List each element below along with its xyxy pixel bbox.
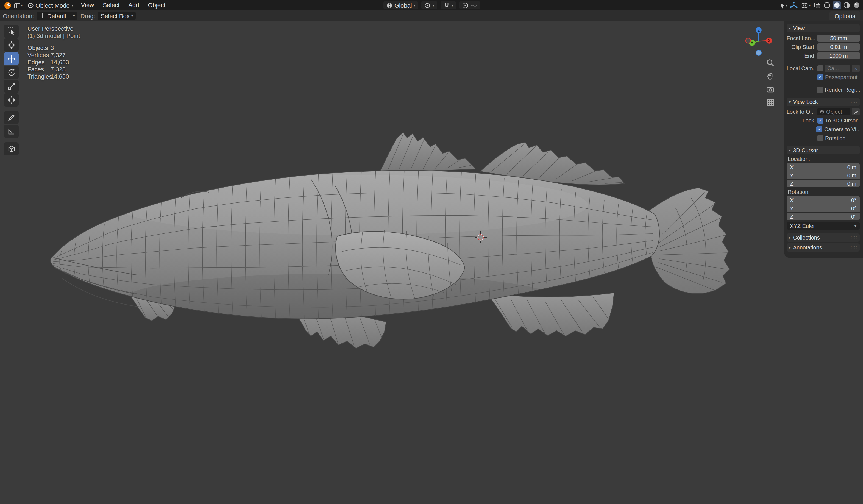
navigation-gizmo[interactable]: Z X Y bbox=[743, 26, 774, 56]
lock-rotation-row: Rotation bbox=[787, 134, 860, 142]
gizmos-toggle[interactable] bbox=[790, 1, 799, 9]
panel-grip-icon[interactable]: ∷∷ bbox=[851, 99, 858, 104]
tool-transform[interactable] bbox=[4, 93, 19, 106]
fish-model[interactable] bbox=[0, 21, 863, 504]
chevron-down-icon: ▾ bbox=[131, 14, 133, 17]
tool-add-cube[interactable] bbox=[4, 142, 19, 155]
render-region-checkbox[interactable] bbox=[817, 87, 823, 93]
tool-rotate[interactable] bbox=[4, 66, 19, 79]
passepartout-row: ✓ Passepartout bbox=[787, 73, 860, 81]
panel-grip-icon[interactable]: ∷∷ bbox=[851, 245, 858, 250]
active-object-label: (1) 3d model | Point bbox=[27, 33, 80, 40]
gizmo-minus-x-axis bbox=[746, 38, 751, 43]
dorsal-fin-front bbox=[379, 133, 476, 173]
tool-scale[interactable] bbox=[4, 80, 19, 93]
axes-icon bbox=[39, 13, 46, 19]
camera-view-icon[interactable] bbox=[766, 85, 775, 93]
pan-hand-icon[interactable] bbox=[766, 72, 775, 80]
pivot-point-dropdown[interactable]: ▾ bbox=[422, 1, 437, 9]
mode-dropdown-label: Object Mode bbox=[35, 2, 70, 9]
local-camera-row: Local Cam... Ca... × bbox=[787, 64, 860, 73]
chevron-right-icon: ▸ bbox=[789, 245, 791, 249]
mode-dropdown[interactable]: Object Mode ▾ bbox=[24, 1, 76, 9]
rotation-mode-dropdown[interactable]: XYZ Euler ▾ bbox=[787, 222, 860, 230]
stat-row: Faces7,328 bbox=[27, 66, 80, 73]
scene-statistics: Objects3 Vertices7,327 Edges14,653 Faces… bbox=[27, 45, 80, 80]
cursor-rotation-y-field[interactable]: Y0° bbox=[787, 204, 860, 212]
object-cube-icon bbox=[820, 109, 825, 114]
render-region-row: Render Regi... bbox=[787, 86, 860, 94]
xray-toggle[interactable] bbox=[813, 1, 821, 9]
orientation-value: Default bbox=[47, 12, 72, 19]
clip-end-field[interactable]: 1000 m bbox=[817, 52, 860, 59]
zoom-icon[interactable] bbox=[766, 58, 775, 67]
shading-material-button[interactable] bbox=[843, 1, 851, 9]
cursor-rotation-z-field[interactable]: Z0° bbox=[787, 213, 860, 220]
focal-length-row: Focal Len... 50 mm bbox=[787, 34, 860, 42]
panel-grip-icon[interactable]: ∷∷ bbox=[851, 235, 858, 240]
local-camera-object-field[interactable]: Ca... bbox=[825, 65, 850, 72]
viewport-3d[interactable]: User Perspective (1) 3d model | Point Ob… bbox=[0, 21, 863, 504]
chevron-down-icon: ▾ bbox=[786, 3, 787, 7]
blender-logo-icon[interactable] bbox=[3, 1, 12, 9]
transform-orientation-dropdown[interactable]: Global ▾ bbox=[384, 1, 418, 9]
tool-measure[interactable] bbox=[4, 125, 19, 138]
snap-toggle[interactable]: ▾ bbox=[440, 1, 456, 9]
panel-grip-icon[interactable]: ∷∷ bbox=[851, 26, 858, 31]
falloff-curve-icon bbox=[471, 2, 478, 9]
options-button[interactable]: Options bbox=[829, 11, 860, 20]
gizmo-minus-z-axis bbox=[756, 50, 761, 55]
camera-to-view-checkbox[interactable]: ✓ bbox=[816, 126, 823, 133]
eyedropper-button[interactable] bbox=[852, 108, 860, 115]
shading-solid-button[interactable] bbox=[833, 1, 841, 9]
menu-object[interactable]: Object bbox=[144, 0, 169, 10]
clear-button[interactable]: × bbox=[852, 65, 860, 72]
chevron-down-icon: ▾ bbox=[809, 3, 811, 7]
shading-wireframe-button[interactable] bbox=[823, 1, 831, 9]
cursor-location-z-field[interactable]: Z0 m bbox=[787, 180, 860, 187]
rotation-label: Rotation: bbox=[788, 189, 860, 196]
panel-header-collections[interactable]: ▸ Collections ∷∷ bbox=[787, 234, 860, 242]
overlays-dropdown[interactable]: ▾ bbox=[800, 1, 811, 9]
menu-view[interactable]: View bbox=[77, 0, 98, 10]
drag-dropdown[interactable]: Select Box ▾ bbox=[98, 12, 136, 20]
menu-select[interactable]: Select bbox=[99, 0, 123, 10]
cursor-location-x-field[interactable]: X0 m bbox=[787, 163, 860, 171]
drag-label: Drag: bbox=[80, 12, 95, 19]
selectability-dropdown[interactable]: ▾ bbox=[778, 1, 788, 9]
top-menu-bar: ▾ Object Mode ▾ View Select Add Object G… bbox=[0, 0, 863, 10]
tool-cursor[interactable] bbox=[4, 38, 19, 52]
ortho-grid-icon[interactable] bbox=[766, 98, 775, 106]
panel-grip-icon[interactable]: ∷∷ bbox=[851, 148, 858, 153]
view-perspective-label: User Perspective bbox=[27, 25, 80, 33]
focal-length-field[interactable]: 50 mm bbox=[817, 35, 860, 42]
panel-header-view-lock[interactable]: ▾ View Lock ∷∷ bbox=[787, 98, 860, 106]
chevron-down-icon: ▾ bbox=[854, 224, 856, 228]
tool-select-box[interactable] bbox=[4, 25, 19, 38]
lock-rotation-checkbox[interactable] bbox=[817, 135, 824, 141]
tool-annotate[interactable] bbox=[4, 111, 19, 124]
clip-start-field[interactable]: 0.01 m bbox=[817, 43, 860, 51]
tool-move[interactable] bbox=[4, 52, 19, 65]
cursor-rotation-x-field[interactable]: X0° bbox=[787, 196, 860, 204]
clip-start-row: Clip Start 0.01 m bbox=[787, 43, 860, 51]
lock-to-3d-cursor-checkbox[interactable]: ✓ bbox=[817, 117, 824, 124]
local-camera-checkbox[interactable] bbox=[817, 65, 824, 72]
cursor-location-y-field[interactable]: Y0 m bbox=[787, 172, 860, 179]
chevron-down-icon: ▾ bbox=[72, 3, 73, 7]
panel-header-3d-cursor[interactable]: ▾ 3D Cursor ∷∷ bbox=[787, 146, 860, 154]
shading-rendered-button[interactable] bbox=[853, 1, 861, 9]
lock-to-object-field[interactable]: Object bbox=[817, 108, 850, 115]
location-label: Location: bbox=[788, 156, 860, 163]
lock-to-object-row: Lock to O... Object bbox=[787, 108, 860, 116]
passepartout-checkbox[interactable]: ✓ bbox=[817, 74, 824, 80]
editor-type-button[interactable]: ▾ bbox=[13, 1, 23, 9]
viewport-overlay-text: User Perspective (1) 3d model | Point Ob… bbox=[27, 25, 80, 80]
globe-icon bbox=[386, 2, 393, 9]
panel-header-view[interactable]: ▾ View ∷∷ bbox=[787, 24, 860, 33]
panel-header-annotations[interactable]: ▸ Annotations ∷∷ bbox=[787, 243, 860, 252]
menu-add[interactable]: Add bbox=[124, 0, 143, 10]
orientation-dropdown[interactable]: Default ▾ bbox=[37, 12, 78, 20]
chevron-down-icon: ▾ bbox=[433, 3, 435, 7]
proportional-editing-toggle[interactable] bbox=[460, 1, 480, 9]
